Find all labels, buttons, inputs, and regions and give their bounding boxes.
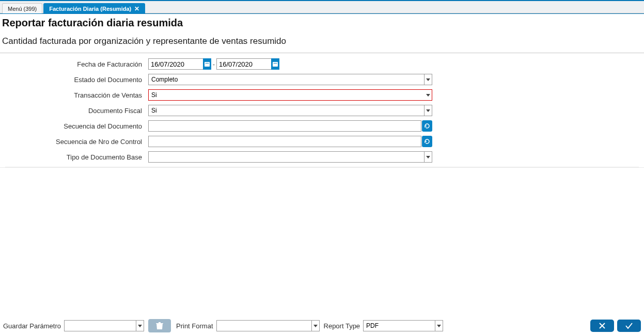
row-secuencia-nro-control: Secuencia de Nro de Control <box>5 136 639 147</box>
report-header: Reportar facturación diaria resumida Can… <box>0 13 644 50</box>
chevron-down-icon[interactable] <box>424 105 432 116</box>
chevron-down-icon[interactable] <box>435 320 443 331</box>
check-icon <box>624 322 634 330</box>
estado-documento-input[interactable] <box>148 74 424 85</box>
confirm-button[interactable] <box>617 320 641 332</box>
chevron-down-icon[interactable] <box>424 151 432 163</box>
label-report-type: Report Type <box>324 322 360 330</box>
requery-button[interactable] <box>422 136 432 147</box>
combo-estado-documento[interactable] <box>148 74 432 85</box>
label-documento-fiscal: Documento Fiscal <box>5 107 148 115</box>
row-secuencia-documento: Secuencia del Documento <box>5 120 639 132</box>
label-fecha-facturacion: Fecha de Facturación <box>5 60 148 68</box>
tab-menu-label: Menú (399) <box>8 6 37 12</box>
date-range-dash: - <box>211 60 216 68</box>
tipo-documento-base-input[interactable] <box>148 151 424 163</box>
combo-guardar-parametro[interactable] <box>64 320 144 331</box>
tab-menu[interactable]: Menú (399) <box>2 3 42 13</box>
row-documento-fiscal: Documento Fiscal <box>5 105 639 116</box>
secuencia-documento-input[interactable] <box>148 120 421 132</box>
close-icon[interactable]: ✕ <box>134 5 139 12</box>
chevron-down-icon[interactable] <box>311 320 320 331</box>
label-secuencia-documento: Secuencia del Documento <box>5 122 148 130</box>
footer-toolbar: Guardar Parámetro Print Format Report Ty… <box>0 317 644 334</box>
label-transaccion-ventas: Transacción de Ventas <box>5 91 148 99</box>
requery-button[interactable] <box>422 120 432 132</box>
date-from-input[interactable] <box>148 58 203 70</box>
combo-tipo-documento-base[interactable] <box>148 151 432 163</box>
calendar-icon[interactable] <box>271 58 279 70</box>
row-tipo-documento-base: Tipo de Documento Base <box>5 151 639 163</box>
chevron-down-icon[interactable] <box>136 320 144 331</box>
row-estado-documento: Estado del Documento <box>5 74 639 85</box>
combo-report-type[interactable] <box>363 320 443 331</box>
svg-rect-1 <box>206 63 209 63</box>
label-estado-documento: Estado del Documento <box>5 76 148 84</box>
print-format-input[interactable] <box>216 320 311 331</box>
combo-transaccion-ventas[interactable] <box>148 89 432 101</box>
refresh-icon <box>424 123 430 129</box>
date-to-wrap <box>216 58 279 70</box>
svg-rect-6 <box>161 324 161 328</box>
trash-icon <box>156 322 163 330</box>
label-print-format: Print Format <box>176 322 213 330</box>
row-fecha-facturacion: Fecha de Facturación - <box>5 58 639 70</box>
svg-rect-2 <box>273 62 278 67</box>
close-icon <box>598 322 606 330</box>
tab-facturacion-diaria[interactable]: Facturación Diaria (Resumida) ✕ <box>43 3 145 13</box>
documento-fiscal-input[interactable] <box>148 105 424 116</box>
date-from-wrap <box>148 58 211 70</box>
chevron-down-icon[interactable] <box>424 89 432 101</box>
combo-documento-fiscal[interactable] <box>148 105 432 116</box>
lookup-secuencia-nro-control <box>148 136 432 147</box>
cancel-button[interactable] <box>590 320 614 332</box>
svg-rect-3 <box>274 63 277 63</box>
label-secuencia-nro-control: Secuencia de Nro de Control <box>5 138 148 146</box>
row-transaccion-ventas: Transacción de Ventas <box>5 89 639 101</box>
tab-facturacion-label: Facturación Diaria (Resumida) <box>49 6 131 12</box>
report-parameters-form: Fecha de Facturación - Estado del Docume… <box>0 53 644 168</box>
delete-parameter-button[interactable] <box>148 319 171 332</box>
page-title: Reportar facturación diaria resumida <box>2 17 642 29</box>
guardar-parametro-input[interactable] <box>64 320 136 331</box>
svg-rect-0 <box>205 62 210 67</box>
date-to-input[interactable] <box>216 58 271 70</box>
svg-rect-4 <box>158 324 159 328</box>
page-subtitle: Cantidad facturada por organización y re… <box>2 36 642 46</box>
svg-rect-5 <box>160 324 160 328</box>
transaccion-ventas-input[interactable] <box>148 89 424 101</box>
lookup-secuencia-documento <box>148 120 432 132</box>
secuencia-nro-control-input[interactable] <box>148 136 421 147</box>
refresh-icon <box>424 138 430 145</box>
label-guardar-parametro: Guardar Parámetro <box>3 322 61 330</box>
report-type-input[interactable] <box>363 320 435 331</box>
label-tipo-documento-base: Tipo de Documento Base <box>5 153 148 161</box>
tab-bar: Menú (399) Facturación Diaria (Resumida)… <box>0 1 644 13</box>
combo-print-format[interactable] <box>216 320 320 331</box>
calendar-icon[interactable] <box>203 58 211 70</box>
form-trailer-line <box>5 167 639 167</box>
chevron-down-icon[interactable] <box>424 74 432 85</box>
